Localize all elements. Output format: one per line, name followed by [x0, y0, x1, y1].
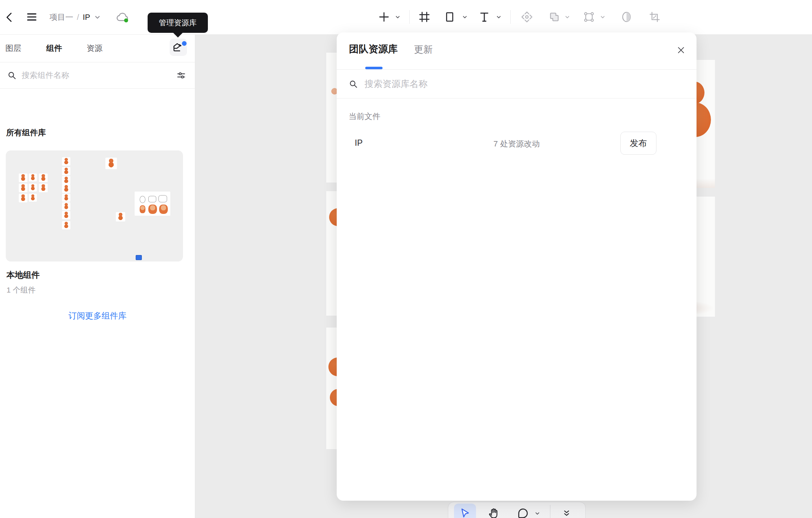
frame-icon — [418, 11, 431, 23]
component-tile — [116, 212, 125, 221]
cloud-sync-button[interactable] — [114, 10, 130, 25]
modal-close-button[interactable] — [675, 44, 687, 57]
top-header: 项目一 / IP — [0, 0, 812, 35]
component-tile — [62, 184, 70, 193]
chevron-down-icon — [394, 13, 401, 21]
mini-figure — [148, 205, 157, 214]
chevron-down-icon[interactable] — [94, 14, 101, 21]
hand-tool-button[interactable] — [485, 504, 503, 518]
tooltip-label: 管理资源库 — [159, 18, 197, 28]
boolean-tool-button[interactable] — [546, 8, 563, 26]
toolbar-divider — [409, 10, 410, 24]
comment-icon — [517, 507, 529, 518]
component-tile — [62, 202, 70, 210]
component-tile — [29, 184, 37, 192]
modal-tab-team-library[interactable]: 团队资源库 — [349, 43, 398, 56]
breadcrumb-file[interactable]: IP — [83, 13, 90, 22]
tab-layers[interactable]: 图层 — [5, 34, 21, 62]
shape-tool-button[interactable] — [441, 8, 458, 26]
chevron-down-icon — [534, 510, 541, 517]
bottom-toolbar — [448, 502, 586, 518]
edit-points-icon — [582, 10, 595, 23]
component-search-row — [0, 62, 195, 89]
chevron-down-icon — [495, 13, 502, 21]
chevron-down-icon — [599, 13, 606, 21]
local-library-count: 1 个组件 — [6, 285, 36, 295]
crop-tool-button[interactable] — [646, 8, 663, 26]
component-search-input[interactable] — [21, 70, 160, 80]
mask-icon — [620, 11, 633, 23]
comment-tool-button[interactable] — [514, 504, 532, 518]
sketch-doodle — [148, 196, 156, 202]
vector-edit-button[interactable] — [580, 8, 598, 26]
component-tile — [39, 174, 48, 182]
component-tile — [19, 184, 27, 192]
breadcrumb[interactable]: 项目一 / IP — [49, 0, 101, 34]
sketch-doodle — [158, 195, 167, 202]
current-file-section-title: 当前文件 — [349, 111, 380, 122]
frame-tool-button[interactable] — [416, 8, 433, 26]
boolean-union-icon — [548, 11, 560, 23]
breadcrumb-project[interactable]: 项目一 — [49, 12, 73, 23]
publish-button[interactable]: 发布 — [620, 132, 656, 155]
component-tile — [62, 211, 70, 219]
breadcrumb-separator: / — [77, 13, 79, 22]
text-tool-button[interactable] — [476, 8, 493, 26]
rectangle-icon — [444, 11, 456, 23]
component-tile — [62, 176, 70, 184]
component-tile — [62, 157, 70, 166]
comment-tool-dropdown[interactable] — [532, 504, 543, 518]
search-icon — [349, 79, 358, 89]
shape-tool-dropdown[interactable] — [461, 13, 469, 21]
tab-components[interactable]: 组件 — [46, 34, 62, 62]
text-tool-dropdown[interactable] — [495, 13, 503, 21]
modal-tab-updates[interactable]: 更新 — [414, 43, 433, 56]
boolean-tool-dropdown[interactable] — [564, 13, 572, 21]
mini-figure — [159, 205, 168, 214]
mini-figure — [140, 205, 145, 213]
filter-icon[interactable] — [176, 70, 186, 80]
mask-tool-button[interactable] — [618, 8, 635, 26]
insert-tool-dropdown[interactable] — [394, 13, 402, 21]
cursor-icon — [459, 507, 471, 518]
back-icon — [4, 12, 15, 23]
left-sidebar: 图层 组件 资源 所有组件库 — [0, 34, 195, 518]
library-search-input[interactable] — [364, 78, 639, 89]
cloud-sync-icon — [115, 11, 129, 24]
manage-library-tooltip: 管理资源库 — [148, 13, 208, 33]
component-tile — [62, 167, 70, 175]
component-tile — [19, 174, 27, 182]
local-library-name[interactable]: 本地组件 — [6, 269, 40, 281]
subscribe-more-link[interactable]: 订阅更多组件库 — [0, 310, 195, 321]
bottombar-divider — [550, 505, 550, 518]
team-library-modal: 团队资源库 更新 当前文件 IP 7 处资源改动 发布 — [337, 32, 697, 501]
component-tile — [19, 194, 27, 202]
spec-card — [135, 192, 170, 216]
library-search-row — [337, 70, 697, 98]
library-update-dot — [181, 40, 187, 47]
hamburger-menu-icon — [26, 12, 37, 22]
search-icon — [7, 71, 17, 80]
component-flag-icon — [136, 255, 142, 260]
tab-resources[interactable]: 资源 — [87, 34, 102, 62]
component-tile — [39, 184, 48, 192]
active-tab-indicator — [365, 67, 383, 69]
transform-tool-button[interactable] — [518, 8, 536, 26]
hand-icon — [487, 507, 500, 518]
chevron-down-icon — [461, 13, 468, 21]
component-tile — [29, 194, 37, 202]
component-tile — [62, 221, 70, 229]
main-menu-button[interactable] — [25, 10, 38, 23]
back-button[interactable] — [3, 11, 16, 23]
select-tool-button[interactable] — [454, 504, 476, 518]
insert-tool-button[interactable] — [375, 8, 393, 26]
free-transform-icon — [520, 10, 534, 24]
all-libraries-title: 所有组件库 — [6, 127, 46, 138]
component-tile — [62, 194, 70, 202]
sync-status-dot — [124, 18, 128, 22]
manage-library-button[interactable] — [170, 39, 187, 56]
local-library-thumbnail[interactable] — [6, 150, 183, 262]
vector-edit-dropdown[interactable] — [599, 13, 607, 21]
collapse-toolbar-button[interactable] — [558, 504, 576, 518]
close-icon — [677, 46, 685, 54]
